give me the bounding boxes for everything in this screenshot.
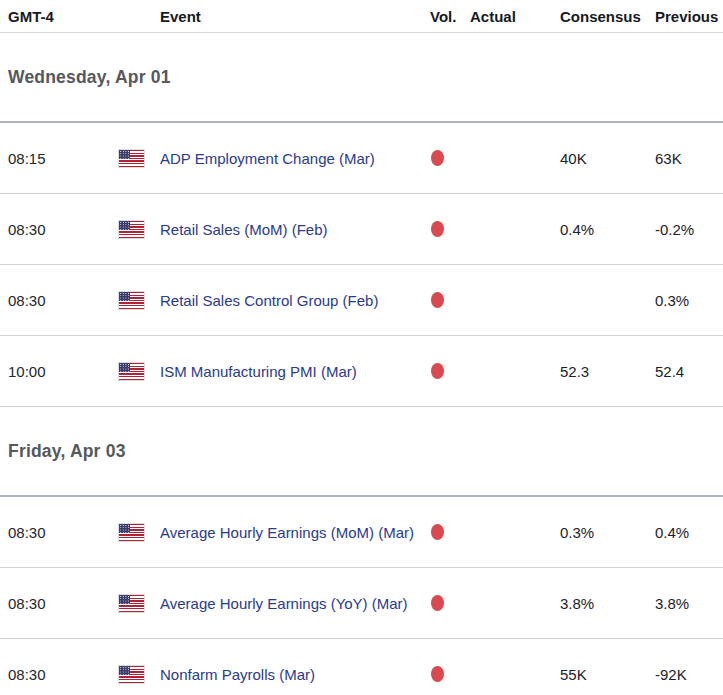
row-consensus: 55K [560, 666, 655, 683]
row-previous: -0.2% [655, 221, 723, 238]
table-row: 08:30 Average Hourly Earnings (YoY) (Mar… [0, 568, 723, 639]
row-previous: 63K [655, 150, 723, 167]
us-flag-icon [119, 524, 144, 541]
high-volatility-icon [431, 221, 444, 237]
row-previous: -92K [655, 666, 723, 683]
us-flag-icon [119, 292, 144, 309]
date-section-header: Wednesday, Apr 01 [0, 33, 723, 123]
date-section-label: Wednesday, Apr 01 [8, 67, 171, 88]
row-time: 08:30 [8, 292, 119, 309]
event-link[interactable]: Average Hourly Earnings (YoY) (Mar) [160, 595, 430, 612]
us-flag-icon [119, 363, 144, 380]
row-time: 10:00 [8, 363, 119, 380]
col-header-previous: Previous [655, 8, 723, 25]
high-volatility-icon [431, 595, 444, 611]
event-link[interactable]: ISM Manufacturing PMI (Mar) [160, 363, 430, 380]
high-volatility-icon [431, 666, 444, 682]
row-time: 08:30 [8, 524, 119, 541]
row-time: 08:30 [8, 221, 119, 238]
table-row: 10:00 ISM Manufacturing PMI (Mar) 52.3 5… [0, 336, 723, 407]
table-row: 08:30 Nonfarm Payrolls (Mar) 55K -92K [0, 639, 723, 695]
col-header-consensus: Consensus [560, 8, 655, 25]
row-previous: 0.3% [655, 292, 723, 309]
row-consensus: 40K [560, 150, 655, 167]
row-time: 08:30 [8, 666, 119, 683]
col-header-event: Event [160, 8, 430, 25]
row-consensus: 3.8% [560, 595, 655, 612]
table-header-row: GMT-4 Event Vol. Actual Consensus Previo… [0, 0, 723, 33]
us-flag-icon [119, 595, 144, 612]
row-consensus: 0.3% [560, 524, 655, 541]
row-previous: 0.4% [655, 524, 723, 541]
row-previous: 3.8% [655, 595, 723, 612]
row-previous: 52.4 [655, 363, 723, 380]
economic-calendar: GMT-4 Event Vol. Actual Consensus Previo… [0, 0, 723, 695]
table-row: 08:15 ADP Employment Change (Mar) 40K 63… [0, 123, 723, 194]
table-row: 08:30 Average Hourly Earnings (MoM) (Mar… [0, 497, 723, 568]
col-header-actual: Actual [470, 8, 560, 25]
event-link[interactable]: Average Hourly Earnings (MoM) (Mar) [160, 524, 430, 541]
high-volatility-icon [431, 363, 444, 379]
row-time: 08:30 [8, 595, 119, 612]
table-row: 08:30 Retail Sales (MoM) (Feb) 0.4% -0.2… [0, 194, 723, 265]
date-section-label: Friday, Apr 03 [8, 441, 126, 462]
event-link[interactable]: ADP Employment Change (Mar) [160, 150, 430, 167]
us-flag-icon [119, 150, 144, 167]
high-volatility-icon [431, 292, 444, 308]
event-link[interactable]: Retail Sales (MoM) (Feb) [160, 221, 430, 238]
event-link[interactable]: Retail Sales Control Group (Feb) [160, 292, 430, 309]
col-header-gmt: GMT-4 [8, 8, 119, 25]
us-flag-icon [119, 666, 144, 683]
col-header-vol: Vol. [430, 8, 470, 25]
event-link[interactable]: Nonfarm Payrolls (Mar) [160, 666, 430, 683]
calendar-body: Wednesday, Apr 01 08:15 ADP Employment C… [0, 33, 723, 695]
row-consensus: 52.3 [560, 363, 655, 380]
us-flag-icon [119, 221, 144, 238]
row-time: 08:15 [8, 150, 119, 167]
date-section-header: Friday, Apr 03 [0, 407, 723, 497]
high-volatility-icon [431, 150, 444, 166]
table-row: 08:30 Retail Sales Control Group (Feb) 0… [0, 265, 723, 336]
high-volatility-icon [431, 524, 444, 540]
row-consensus: 0.4% [560, 221, 655, 238]
